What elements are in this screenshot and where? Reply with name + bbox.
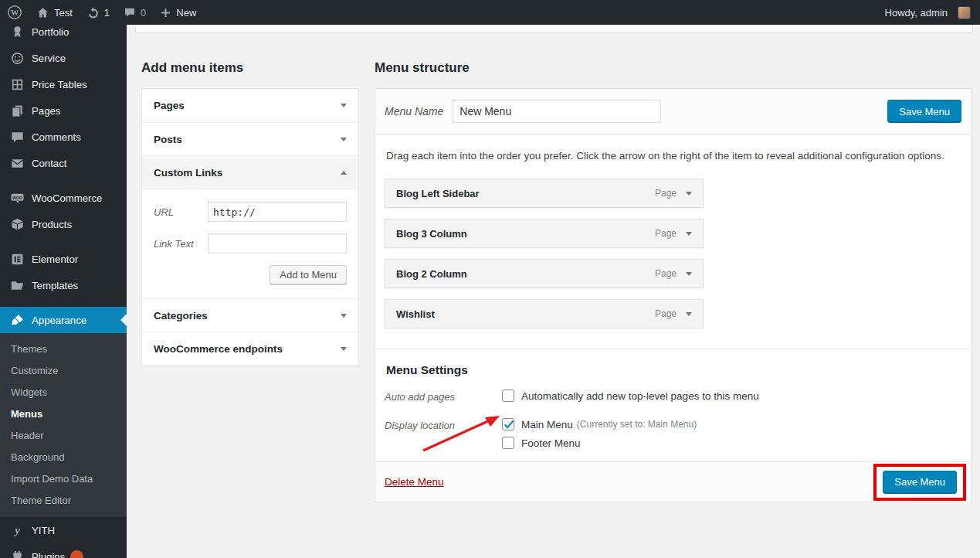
sidebar-separator <box>0 298 127 307</box>
display-location-row: Display location Main Menu (Currently se… <box>385 418 961 449</box>
display-location-label: Display location <box>385 418 502 449</box>
delete-menu-link[interactable]: Delete Menu <box>385 476 444 488</box>
content-area: Add menu items Pages Posts Custom Links … <box>127 25 980 558</box>
svg-text:WOO: WOO <box>12 195 22 199</box>
elementor-icon <box>10 252 25 267</box>
site-name: Test <box>54 7 73 19</box>
sidebar-item-elementor[interactable]: Elementor <box>0 246 127 272</box>
wordpress-logo-icon: W <box>7 5 22 20</box>
sidebar-item-service[interactable]: Service <box>0 45 127 71</box>
menu-structure-title: Menu structure <box>375 60 972 76</box>
svg-text:y: y <box>13 523 20 536</box>
add-to-menu-button[interactable]: Add to Menu <box>270 265 347 284</box>
settings-divider <box>375 349 971 349</box>
submenu-item-widgets[interactable]: Widgets <box>0 382 127 403</box>
chevron-down-icon[interactable] <box>686 312 692 319</box>
auto-add-pages-checkbox[interactable] <box>502 390 514 402</box>
sidebar-item-comments[interactable]: Comments <box>0 124 127 150</box>
plus-icon <box>160 7 171 19</box>
chevron-down-icon[interactable] <box>341 104 347 111</box>
submenu-item-menus[interactable]: Menus <box>0 403 127 425</box>
sidebar-item-price-tables[interactable]: Price Tables <box>0 71 127 97</box>
submenu-item-customize[interactable]: Customize <box>0 360 127 382</box>
main-menu-text: Main Menu <box>521 419 573 430</box>
sidebar-item-products[interactable]: Products <box>0 211 127 237</box>
grid-icon <box>10 77 25 92</box>
main-menu-note: (Currently set to: Main Menu) <box>577 419 697 430</box>
box-icon <box>10 217 25 232</box>
submenu-item-themes[interactable]: Themes <box>0 339 127 360</box>
plugin-icon <box>10 549 25 558</box>
menu-item-blog-left-sidebar[interactable]: Blog Left Sidebar Page <box>385 179 704 208</box>
sidebar-item-yith[interactable]: y YITH <box>0 517 127 543</box>
url-label: URL <box>154 206 208 218</box>
menu-item-blog-3-column[interactable]: Blog 3 Column Page <box>385 219 704 248</box>
svg-text:W: W <box>11 9 19 17</box>
menu-name-bar: Menu Name Save Menu <box>375 89 971 134</box>
menu-structure-footer: Delete Menu Save Menu <box>375 461 971 502</box>
add-menu-items-title: Add menu items <box>141 60 359 76</box>
envelope-icon <box>10 156 25 171</box>
accordion-section-woocommerce-endpoints[interactable]: WooCommerce endpoints <box>142 332 358 365</box>
avatar <box>958 6 971 19</box>
menu-item-blog-2-column[interactable]: Blog 2 Column Page <box>385 259 704 288</box>
plugins-update-badge <box>70 550 83 558</box>
footer-menu-checkbox[interactable] <box>502 437 514 449</box>
save-menu-button-top[interactable]: Save Menu <box>887 100 961 123</box>
sidebar-menu: Portfolio Service Price Tables Pages <box>0 25 127 333</box>
submenu-item-background[interactable]: Background <box>0 447 127 468</box>
sidebar-item-contact[interactable]: Contact <box>0 150 127 176</box>
folder-icon <box>10 278 25 293</box>
save-menu-button-bottom[interactable]: Save Menu <box>883 471 957 494</box>
update-count: 1 <box>104 7 110 19</box>
chevron-down-icon[interactable] <box>686 192 692 199</box>
add-items-accordion: Pages Posts Custom Links URL Link Text <box>141 88 359 366</box>
comment-icon <box>10 130 25 145</box>
chevron-up-icon[interactable] <box>341 168 347 175</box>
accordion-section-posts[interactable]: Posts <box>142 122 358 155</box>
url-input[interactable] <box>208 202 347 222</box>
sidebar-item-woocommerce[interactable]: WOO WooCommerce <box>0 185 127 211</box>
submenu-item-import-demo-data[interactable]: Import Demo Data <box>0 468 127 490</box>
chevron-down-icon[interactable] <box>341 347 347 354</box>
accordion-section-categories[interactable]: Categories <box>142 298 358 332</box>
appearance-submenu: Themes Customize Widgets Menus Header Ba… <box>0 333 127 517</box>
updates-button[interactable]: 1 <box>80 0 117 25</box>
auto-add-pages-text: Automatically add new top-level pages to… <box>521 390 759 402</box>
main-menu-checkbox[interactable] <box>502 418 514 430</box>
accordion-section-pages[interactable]: Pages <box>142 89 358 122</box>
accordion-section-custom-links[interactable]: Custom Links <box>142 155 358 189</box>
sidebar-item-templates[interactable]: Templates <box>0 272 127 298</box>
new-button[interactable]: New <box>153 0 203 25</box>
menu-structure-panel: Menu structure Menu Name Save Menu Drag … <box>375 60 972 502</box>
chevron-down-icon[interactable] <box>686 232 692 239</box>
link-text-label: Link Text <box>154 238 208 250</box>
award-icon <box>10 25 25 39</box>
wordpress-logo-button[interactable]: W <box>0 0 29 25</box>
auto-add-pages-row: Auto add pages Automatically add new top… <box>385 390 961 408</box>
link-text-input[interactable] <box>208 233 347 253</box>
submenu-item-header[interactable]: Header <box>0 425 127 447</box>
admin-bar: W Test 1 0 New Howdy, admin <box>0 0 980 25</box>
custom-links-body: URL Link Text Add to Menu <box>142 189 358 298</box>
smiley-icon <box>10 51 25 66</box>
submenu-item-theme-editor[interactable]: Theme Editor <box>0 490 127 512</box>
menu-item-wishlist[interactable]: Wishlist Page <box>385 299 704 328</box>
chevron-down-icon[interactable] <box>341 138 347 145</box>
comments-button[interactable]: 0 <box>117 0 153 25</box>
sidebar-item-pages[interactable]: Pages <box>0 97 127 124</box>
sidebar-item-plugins[interactable]: Plugins <box>0 543 127 558</box>
chevron-down-icon[interactable] <box>341 314 347 321</box>
drag-instructions: Drag each item into the order you prefer… <box>386 150 960 162</box>
sidebar-item-portfolio[interactable]: Portfolio <box>0 25 127 45</box>
scrolled-panel-edge <box>135 26 973 32</box>
menu-structure-body: Drag each item into the order you prefer… <box>375 134 971 461</box>
menu-name-input[interactable] <box>453 100 661 123</box>
sidebar-item-appearance[interactable]: Appearance <box>0 307 127 333</box>
site-link[interactable]: Test <box>29 0 80 25</box>
annotation-highlight-box: Save Menu <box>873 464 966 501</box>
sidebar-separator <box>0 176 127 185</box>
account-menu[interactable]: Howdy, admin <box>878 0 980 25</box>
sidebar-separator <box>0 237 127 246</box>
chevron-down-icon[interactable] <box>686 272 692 279</box>
